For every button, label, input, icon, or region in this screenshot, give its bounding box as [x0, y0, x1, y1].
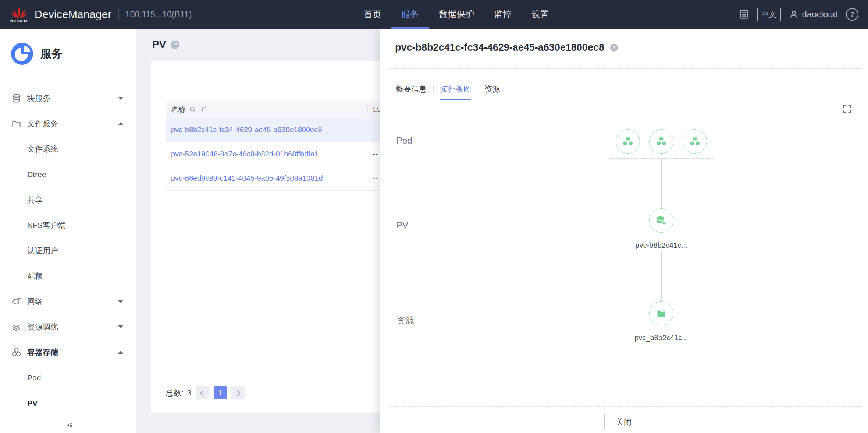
- chevron-down-icon: [118, 300, 123, 303]
- sidebar-item-label: 文件系统: [27, 144, 58, 154]
- sidebar-item-container-storage[interactable]: 容器存储: [0, 339, 136, 365]
- chevron-up-icon: [118, 122, 123, 125]
- sidebar-item-network[interactable]: 网络: [0, 289, 136, 314]
- top-navigation: 首页 服务 数据保护 监控 设置: [354, 0, 559, 29]
- user-icon: [789, 10, 799, 20]
- sidebar-item-label: NFS客户端: [27, 220, 66, 230]
- sidebar-collapse-icon[interactable]: [63, 420, 73, 430]
- column-name-header: 名称: [166, 105, 367, 115]
- sort-icon[interactable]: [200, 106, 208, 113]
- tab-separator: [433, 85, 434, 92]
- pagination: 总数: 3 1: [166, 386, 245, 399]
- services-pie-icon: [11, 43, 33, 65]
- topology-connector: [661, 158, 662, 208]
- help-icon[interactable]: ?: [846, 8, 858, 21]
- device-id: 100.115...10(B11): [125, 10, 192, 20]
- topbar: HUAWEI DeviceManager 100.115...10(B11) 首…: [0, 0, 868, 29]
- nav-monitor[interactable]: 监控: [484, 0, 522, 29]
- resource-node-label: pvc_b8b2c41c...: [613, 334, 709, 342]
- page-title-row: PV ?: [152, 39, 179, 50]
- pod-cubes-icon: [688, 134, 702, 148]
- layers-icon: [11, 322, 21, 332]
- pv-name-link[interactable]: pvc-b8b2c41c-fc34-4629-ae45-a630e1800ec8: [166, 126, 367, 134]
- sidebar-item-label: 配额: [27, 271, 43, 281]
- chevron-down-icon: [118, 97, 123, 100]
- fullscreen-icon[interactable]: [843, 105, 852, 114]
- next-page-button[interactable]: [231, 386, 245, 399]
- drawer-divider: [389, 68, 862, 69]
- app-title: DeviceManager: [35, 8, 112, 21]
- lu-value: --: [367, 150, 378, 158]
- drawer-help-icon[interactable]: ?: [610, 44, 618, 52]
- gear-badge: [662, 221, 666, 225]
- sidebar-item-label: 网络: [27, 296, 43, 307]
- topology-row-resource-label: 资源: [396, 314, 414, 326]
- drawer-footer-divider: [389, 406, 862, 407]
- pod-node[interactable]: [616, 129, 640, 154]
- sidebar-item-block-service[interactable]: 块服务: [0, 85, 136, 111]
- topology-row-pv-label: PV: [396, 220, 408, 230]
- close-button[interactable]: 关闭: [604, 414, 643, 430]
- sidebar-item-label: 文件服务: [27, 119, 58, 129]
- total-count: 3: [187, 388, 192, 397]
- pv-help-icon[interactable]: ?: [171, 41, 179, 49]
- huawei-logo: HUAWEI: [10, 7, 28, 22]
- language-toggle[interactable]: 中文: [757, 8, 781, 21]
- chevron-up-icon: [118, 351, 123, 354]
- pv-name-link[interactable]: pvc-66ed9c89-c141-4045-9a05-49f509a1081d: [166, 174, 367, 183]
- nav-data-protection[interactable]: 数据保护: [429, 0, 484, 29]
- sidebar: 服务 块服务 文件服务 文件系统 Dtree 共享: [0, 29, 136, 433]
- user-menu[interactable]: daocloud: [789, 9, 838, 20]
- pod-node[interactable]: [683, 129, 707, 154]
- tab-separator: [478, 85, 478, 92]
- sidebar-divider: [10, 71, 128, 71]
- sidebar-item-resource-tuning[interactable]: 资源调优: [0, 314, 136, 339]
- drawer-tabs: 概要信息 拓扑视图 资源: [396, 84, 500, 100]
- sidebar-item-share[interactable]: 共享: [0, 187, 136, 212]
- database-icon: [11, 93, 21, 103]
- sidebar-item-quota[interactable]: 配额: [0, 263, 136, 289]
- sidebar-item-nfs-client[interactable]: NFS客户端: [0, 212, 136, 238]
- pv-node-label: pvc-b8b2c41c...: [613, 241, 709, 250]
- page-title: PV: [152, 39, 166, 50]
- pod-node[interactable]: [649, 129, 673, 154]
- sidebar-item-label: 共享: [27, 195, 43, 205]
- sidebar-item-pv[interactable]: PV: [0, 390, 136, 416]
- hexagons-icon: [11, 347, 21, 357]
- search-icon[interactable]: [189, 106, 197, 113]
- sidebar-item-file-system[interactable]: 文件系统: [0, 136, 136, 162]
- nav-home[interactable]: 首页: [354, 0, 391, 29]
- sidebar-item-label: Pod: [27, 373, 41, 382]
- pod-cubes-icon: [654, 134, 668, 148]
- lu-value: --: [367, 126, 378, 134]
- tab-summary[interactable]: 概要信息: [396, 84, 427, 99]
- task-list-icon[interactable]: [739, 9, 749, 20]
- pv-node[interactable]: [649, 208, 673, 233]
- drawer-title: pvc-b8b2c41c-fc34-4629-ae45-a630e1800ec8: [395, 42, 604, 53]
- sidebar-item-file-service[interactable]: 文件服务: [0, 111, 136, 136]
- huawei-word: HUAWEI: [10, 19, 28, 22]
- sidebar-item-label: 容器存储: [27, 347, 58, 358]
- sidebar-item-auth-user[interactable]: 认证用户: [0, 238, 136, 263]
- pv-name-link[interactable]: pvc-52a19048-8e7c-46c8-b82d-01b68ffbdfa1: [166, 150, 367, 158]
- resource-node[interactable]: [649, 301, 673, 325]
- chevron-left-icon: [200, 390, 206, 396]
- tab-resource[interactable]: 资源: [485, 84, 500, 99]
- sidebar-item-dtree[interactable]: Dtree: [0, 162, 136, 187]
- username: daocloud: [802, 9, 838, 20]
- sidebar-title: 服务: [40, 46, 63, 61]
- nav-services[interactable]: 服务: [391, 0, 429, 29]
- sidebar-item-pod[interactable]: Pod: [0, 365, 136, 390]
- sidebar-item-label: 块服务: [27, 93, 50, 103]
- prev-page-button[interactable]: [196, 386, 209, 399]
- sidebar-menu: 块服务 文件服务 文件系统 Dtree 共享 NFS客户端 认证用户 配额: [0, 85, 136, 416]
- chevron-down-icon: [118, 325, 123, 328]
- pod-cubes-icon: [621, 134, 635, 148]
- tab-topology[interactable]: 拓扑视图: [440, 84, 471, 100]
- nav-settings[interactable]: 设置: [522, 0, 559, 29]
- page-1-button[interactable]: 1: [214, 386, 227, 399]
- resource-folder-icon: [654, 306, 668, 320]
- topbar-separator: [118, 9, 119, 20]
- topology-row-pod-label: Pod: [396, 135, 412, 146]
- pv-volume-icon: [654, 214, 668, 228]
